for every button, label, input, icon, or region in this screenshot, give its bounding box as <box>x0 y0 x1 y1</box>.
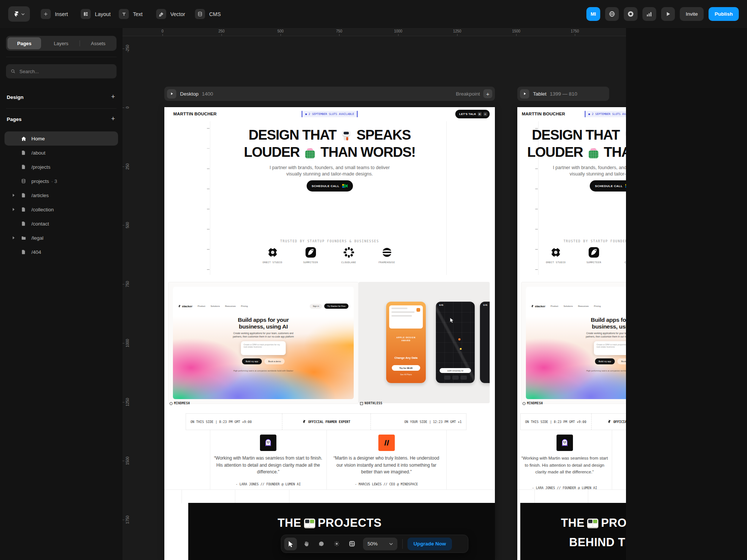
grid-strip <box>164 489 495 503</box>
vector-button[interactable]: Vector <box>156 0 185 28</box>
stacker-nav-link: Resources <box>225 305 236 307</box>
logo-summiteer: SUMMITEER <box>580 247 607 264</box>
tablet-frame[interactable]: MARTTIN BOUCHER 2 SEPTEMBER SLOTS AVAILA… <box>517 107 626 560</box>
add-design-page-button[interactable]: + <box>111 93 115 101</box>
project-card-northless[interactable]: APPLE DESIGNAWARD Change Any Data Try fo… <box>359 282 490 403</box>
testimonials-section: “Working with Martin was seamless from s… <box>164 430 495 490</box>
page-label: /collection <box>31 207 54 212</box>
insert-plus-icon <box>41 9 51 19</box>
stacker-cta-button: Try Stacker for Free <box>324 304 348 309</box>
stacker-buttons: Build my app Book a demo <box>173 358 354 364</box>
ruler-label: 500 <box>125 222 130 228</box>
comment-tool-button[interactable] <box>315 538 328 550</box>
logo-orbit-studio: ORBIT STUDIO <box>259 247 286 264</box>
phone-mockup-orange: APPLE DESIGNAWARD Change Any Data Try fo… <box>386 302 426 383</box>
see-all-plans-link: See All Plans <box>386 373 426 376</box>
chevron-down-icon <box>21 13 25 15</box>
sidebar-item-projects[interactable]: /projects <box>4 160 118 174</box>
publish-button[interactable]: Publish <box>709 7 739 21</box>
hero-subtitle: I partner with brands, founders, and sma… <box>517 165 626 177</box>
invite-button[interactable]: Invite <box>680 7 704 21</box>
desktop-frame[interactable]: MARTTIN BOUCHER 2 SEPTEMBER SLOTS AVAILA… <box>164 107 495 560</box>
insert-button[interactable]: Insert <box>41 0 68 28</box>
zoom-level-select[interactable]: 50% <box>363 538 397 550</box>
cms-button[interactable]: CMS <box>195 0 221 28</box>
frame-size: 1399 — 810 <box>550 91 577 97</box>
sidebar-item-404[interactable]: /404 <box>4 245 118 259</box>
testimonial-quote: “Martin is a designer who truly listens.… <box>331 455 443 476</box>
left-sidebar: Pages Layers Assets Design + Pages + Hom… <box>0 28 123 560</box>
divider <box>402 539 403 549</box>
page-icon <box>21 249 26 255</box>
topbar-right-cluster: MI Invite Publish <box>586 0 739 28</box>
stacker-demo-button: Book a demo <box>617 358 626 364</box>
page-label: /articles <box>31 193 49 198</box>
plugins-tool-button[interactable] <box>345 538 358 550</box>
tab-pages[interactable]: Pages <box>7 37 41 49</box>
testimonials-section: “Working with Martin was seamless from s… <box>517 430 626 490</box>
chevron-right-icon[interactable] <box>13 208 15 211</box>
stacker-nav-link: Solutions <box>211 305 220 307</box>
sidebar-item-collection[interactable]: /collection <box>4 202 118 217</box>
project-card-mindmesh[interactable]: stacker Product Solutions Resources Pric… <box>168 282 359 404</box>
timezone-ticker: ON THIS SIDE | 8:23 PM GMT +9:00 OFFICIA… <box>520 413 626 430</box>
sidebar-item-home[interactable]: Home <box>4 131 118 146</box>
site-header: MARTTIN BOUCHER 2 SEPTEMBER SLOTS AVAILA… <box>164 107 495 122</box>
upgrade-now-button[interactable]: Upgrade Now <box>407 538 452 550</box>
schedule-call-button: SCHEDULE CALL <box>306 180 353 192</box>
hand-tool-button[interactable] <box>300 538 312 550</box>
top-toolbar: Insert Layout Text Vector CMS MI <box>0 0 747 28</box>
layout-button[interactable]: Layout <box>81 0 111 28</box>
play-frame-icon[interactable] <box>520 89 529 99</box>
site-settings-globe-button[interactable] <box>605 7 619 21</box>
select-tool-button[interactable] <box>284 538 297 550</box>
sidebar-item-projects-cms[interactable]: projects· 3 <box>4 174 118 188</box>
framer-menu-button[interactable] <box>8 6 30 22</box>
play-frame-icon[interactable] <box>167 89 176 99</box>
chevron-down-icon <box>389 543 393 545</box>
desktop-breakpoint-bar[interactable]: Desktop 1400 Breakpoint + <box>164 87 495 101</box>
theme-toggle-button[interactable] <box>330 538 343 550</box>
bag-emoji <box>305 148 315 158</box>
testimonial-1: “Working with Martin was seamless from s… <box>210 430 326 489</box>
tab-layers[interactable]: Layers <box>44 37 78 49</box>
stacker-nav-link: Pricing <box>594 305 601 307</box>
sidebar-item-contact[interactable]: /contact <box>4 217 118 231</box>
sidebar-item-articles[interactable]: /articles <box>4 188 118 202</box>
search-field[interactable] <box>6 64 117 78</box>
hero-section: DESIGN THAT SPEAKS LOUDER THAN WORDS! I … <box>164 121 495 275</box>
account-avatar[interactable]: MI <box>586 7 600 21</box>
tablet-breakpoint-bar[interactable]: Tablet 1399 — 810 <box>517 87 609 101</box>
project-card-mindmesh[interactable]: stacker Product Solutions Resources Pric… <box>521 282 626 404</box>
play-icon <box>665 11 671 17</box>
phone-clock: 9:41 <box>483 304 487 306</box>
text-button[interactable]: Text <box>119 0 143 28</box>
tab-assets[interactable]: Assets <box>81 37 115 49</box>
stacker-footer-text: High performing teams at companies world… <box>173 370 354 372</box>
ruler-label: 750 <box>336 29 342 33</box>
page-label: projects· 3 <box>31 178 57 184</box>
timezone-ticker: ON THIS SIDE | 8:23 PM GMT +9:00 OFFICIA… <box>186 413 467 430</box>
search-input[interactable] <box>19 68 112 75</box>
chevron-right-icon[interactable] <box>13 194 15 197</box>
cms-collection-icon <box>21 178 26 184</box>
sidebar-item-legal[interactable]: /legal <box>4 231 118 245</box>
cms-count-badge: · 3 <box>51 178 57 184</box>
add-breakpoint-button[interactable]: + <box>483 89 492 98</box>
sidebar-item-about[interactable]: /about <box>4 146 118 160</box>
hero-headline-line1: DESIGN THAT SPEAKS <box>164 127 495 143</box>
preview-button[interactable] <box>661 7 675 21</box>
plugins-button[interactable] <box>624 7 638 21</box>
map-dot-orange <box>458 338 461 340</box>
phone-mockup-dark: 9:41 <box>480 302 490 383</box>
project-label-mindmesh: MINDMESH <box>523 402 543 405</box>
stacker-nav: stacker Product Solutions Resources Pric… <box>526 303 626 309</box>
grid-strip <box>517 489 626 503</box>
chevron-right-icon[interactable] <box>13 236 15 239</box>
zoom-value: 50% <box>368 541 378 547</box>
analytics-button[interactable] <box>642 7 656 21</box>
dark-projects-section: THEPROJECTS BEHIND THE <box>520 503 626 560</box>
add-page-button[interactable]: + <box>111 115 115 123</box>
design-canvas[interactable]: 0 250 500 750 1000 1250 1500 1750 -250 0… <box>123 28 626 560</box>
hero-headline-line2: LOUDER THAN WORDS! <box>517 144 626 160</box>
